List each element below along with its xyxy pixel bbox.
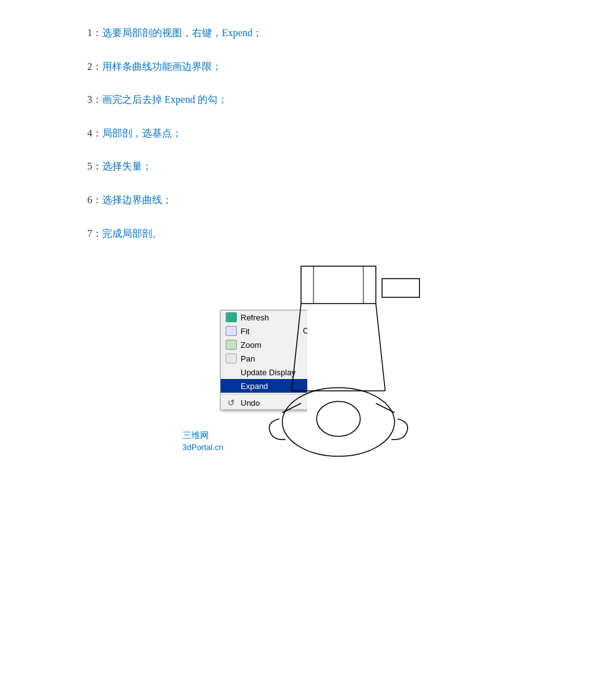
watermark-en: 3dPortal.cn [183,442,224,453]
page-container: 1：选要局部剖的视图，右键，Expend； 2：用样条曲线功能画边界限； 3：画… [0,0,589,497]
expand-icon [226,381,237,391]
step-6: 6：选择边界曲线； [87,192,527,208]
step-7: 7：完成局部剖。 [87,226,527,242]
menu-label-zoom: Zoom [241,340,261,350]
step-4-text: 局部剖，选基点； [102,128,182,138]
menu-label-pan: Pan [241,354,255,363]
menu-label-fit: Fit [241,327,249,336]
menu-label-undo: Undo [241,398,260,408]
menu-label-refresh: Refresh [241,313,269,322]
svg-line-9 [376,304,385,391]
step-6-text: 选择边界曲线； [102,194,172,205]
undo-icon: ↺ [226,398,237,408]
svg-point-5 [317,401,360,436]
step-7-number: 7： [87,228,102,239]
pan-icon [226,353,237,363]
step-2-text: 用样条曲线功能画边界限； [102,61,222,72]
step-3: 3：画完之后去掉 Expend 的勾； [87,92,527,108]
svg-rect-3 [382,279,419,297]
svg-point-4 [282,388,395,456]
step-1-number: 1： [87,27,102,38]
menu-label-expand: Expand [241,381,268,391]
menu-separator [221,394,307,395]
step-2-number: 2： [87,61,102,72]
step-2: 2：用样条曲线功能画边界限； [87,59,527,75]
step-3-text: 画完之后去掉 Expend 的勾； [102,94,227,105]
step-4: 4：局部剖，选基点； [87,125,527,141]
fit-icon [226,326,237,336]
watermark-cn: 三维网 [183,429,224,442]
zoom-icon [226,340,237,350]
step-4-number: 4： [87,128,102,138]
menu-item-refresh[interactable]: Refresh F5 [221,310,307,324]
step-5: 5：选择失量； [87,158,527,175]
watermark: 三维网 3dPortal.cn [183,429,224,453]
svg-rect-0 [301,266,376,304]
menu-item-fit[interactable]: Fit Ctrl+F [221,324,307,338]
step-3-number: 3： [87,94,102,105]
steps-list: 1：选要局部剖的视图，右键，Expend； 2：用样条曲线功能画边界限； 3：画… [87,25,527,241]
svg-line-7 [376,403,395,413]
refresh-icon [226,312,237,322]
menu-item-undo[interactable]: ↺ Undo [221,396,307,410]
diagram-section: Refresh F5 Fit Ctrl+F Zoom F8 [87,260,527,472]
diagram-wrapper: Refresh F5 Fit Ctrl+F Zoom F8 [176,260,438,459]
step-6-number: 6： [87,194,102,205]
step-7-text: 完成局部剖。 [102,228,162,239]
update-display-icon [226,367,237,377]
step-1-text: 选要局部剖的视图，右键，Expend； [102,27,262,38]
step-5-text: 选择失量； [102,161,152,171]
menu-label-update-display: Update Display [241,368,295,377]
step-1: 1：选要局部剖的视图，右键，Expend； [87,25,527,41]
step-5-number: 5： [87,161,102,171]
menu-item-zoom[interactable]: Zoom F8 [221,338,307,352]
menu-shortcut-fit: Ctrl+F [303,327,307,335]
context-menu: Refresh F5 Fit Ctrl+F Zoom F8 [220,310,307,410]
